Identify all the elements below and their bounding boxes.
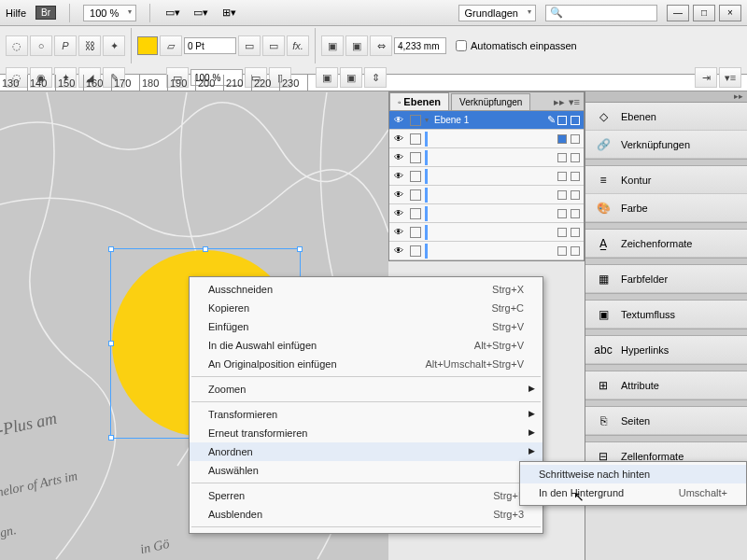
bridge-badge[interactable]: Br [35,6,56,20]
fit-icon[interactable]: ▣ [345,35,368,56]
sm-send-backward[interactable]: Schrittweise nach hinten [520,465,746,483]
target-box[interactable] [557,134,567,144]
layer-row[interactable]: 👁 [389,242,584,260]
dock-item-zeichenformate[interactable]: A̲Zeichenformate [585,230,747,258]
visibility-icon[interactable]: 👁 [391,189,406,200]
select-box[interactable] [571,228,580,237]
selection-handle[interactable] [297,246,303,252]
visibility-icon[interactable]: 👁 [391,115,406,125]
view-mode-icon-1[interactable]: ▭▾ [163,4,182,22]
dock-item-farbfelder[interactable]: ▦Farbfelder [585,265,747,293]
lock-box[interactable] [410,245,421,257]
maximize-button[interactable]: □ [693,5,715,21]
cm-arrange[interactable]: Anordnen▶ [190,442,543,461]
tab-links[interactable]: Verknüpfungen [451,93,530,110]
layer-row[interactable]: 👁 [389,186,584,204]
lock-box[interactable] [410,152,421,163]
cm-cut[interactable]: AusschneidenStrg+X [190,280,543,299]
dock-item-ebenen[interactable]: ◇Ebenen [585,103,747,131]
tab-layers[interactable]: ◦ Ebenen [389,92,449,110]
fit-icon[interactable]: ▣ [321,35,344,56]
tool-icon[interactable]: ⛓ [78,35,101,56]
select-box[interactable] [571,190,580,200]
cm-paste-inplace[interactable]: An Originalposition einfügenAlt+Umschalt… [190,355,543,373]
sm-send-to-back[interactable]: In den HintergrundUmschalt+ [520,483,746,502]
autofit-check[interactable] [456,40,467,51]
view-mode-icon-3[interactable]: ⊞▾ [219,4,238,22]
select-box[interactable] [571,209,580,218]
minimize-button[interactable]: — [667,5,689,21]
target-box[interactable] [557,153,567,162]
cm-paste-into[interactable]: In die Auswahl einfügenAlt+Strg+V [190,336,543,355]
layer-row[interactable]: 👁 [389,223,584,242]
visibility-icon[interactable]: 👁 [391,133,406,144]
flyout-icon[interactable]: ⇥ [695,67,717,88]
fit-icon[interactable]: ⇕ [364,67,387,88]
dock-item-textumfluss[interactable]: ▣Textumfluss [585,301,747,329]
dock-item-farbe[interactable]: 🎨Farbe [585,194,747,222]
lock-box[interactable] [410,227,421,238]
tool-icon[interactable]: ◌ [6,35,28,56]
select-box[interactable] [571,153,580,162]
target-box[interactable] [557,172,567,181]
lock-box[interactable] [410,171,421,182]
target-box[interactable] [557,246,567,256]
zoom-dropdown[interactable]: 100 % [83,5,136,21]
tool-icon[interactable]: ○ [30,35,52,56]
visibility-icon[interactable]: 👁 [391,171,406,181]
dock-item-verknüpfungen[interactable]: 🔗Verknüpfungen [585,131,747,159]
menu-help[interactable]: Hilfe [6,7,26,19]
panel-menu-icon[interactable]: ▾≡ [569,96,580,108]
layer-row[interactable]: 👁▾Ebene 1✎ [389,111,584,130]
select-box[interactable] [571,246,580,256]
visibility-icon[interactable]: 👁 [391,245,406,256]
panel-collapse-icon[interactable]: ▸▸ [554,96,565,108]
target-box[interactable] [557,209,567,218]
visibility-icon[interactable]: 👁 [391,208,406,218]
menu-icon[interactable]: ▾≡ [719,67,741,88]
cm-paste[interactable]: EinfügenStrg+V [190,317,543,336]
select-box[interactable] [571,134,580,144]
view-mode-icon-2[interactable]: ▭▾ [191,4,210,22]
dock-item-attribute[interactable]: ⊞Attribute [585,371,747,399]
lock-box[interactable] [410,189,421,201]
cm-hide[interactable]: AusblendenStrg+3 [190,505,543,524]
tool-icon[interactable]: ✦ [103,35,125,56]
layer-row[interactable]: 👁 [389,148,584,167]
tool-icon[interactable]: P [54,35,77,56]
dock-item-kontur[interactable]: ≡Kontur [585,166,747,194]
layer-row[interactable]: 👁 [389,130,584,148]
lock-box[interactable] [410,133,421,145]
cm-retransform[interactable]: Erneut transformieren▶ [190,424,543,442]
target-box[interactable] [557,228,567,237]
fit-icon[interactable]: ⇔ [370,35,392,56]
cm-lock[interactable]: SperrenStrg+L [190,486,543,505]
visibility-icon[interactable]: 👁 [391,152,406,162]
search-input[interactable]: 🔍 [545,5,657,21]
selection-handle[interactable] [108,435,114,441]
stroke-swatch[interactable]: ▱ [160,35,182,56]
close-button[interactable]: × [719,5,741,21]
selection-handle[interactable] [108,341,114,346]
workspace-dropdown[interactable]: Grundlagen [458,5,537,21]
selection-handle[interactable] [108,246,114,252]
layer-row[interactable]: 👁 [389,167,584,186]
dock-item-seiten[interactable]: ⎘Seiten [585,407,747,435]
dock-item-hyperlinks[interactable]: abcHyperlinks [585,336,747,364]
tool-icon[interactable]: ▭ [238,35,261,56]
target-box[interactable] [557,116,567,125]
measure-input[interactable] [394,37,446,54]
tool-icon[interactable]: ▭ [262,35,285,56]
cm-zoom[interactable]: Zoomen▶ [190,380,543,399]
cm-transform[interactable]: Transformieren▶ [190,405,543,424]
fit-icon[interactable]: ▣ [340,67,362,88]
fill-swatch[interactable] [137,36,158,55]
select-box[interactable] [571,172,580,181]
lock-box[interactable] [410,115,421,126]
cm-copy[interactable]: KopierenStrg+C [190,299,543,317]
selection-handle[interactable] [203,246,208,252]
target-box[interactable] [557,190,567,200]
select-box[interactable] [571,116,580,125]
autofit-checkbox[interactable]: Automatisch einpassen [456,40,577,51]
visibility-icon[interactable]: 👁 [391,227,406,237]
